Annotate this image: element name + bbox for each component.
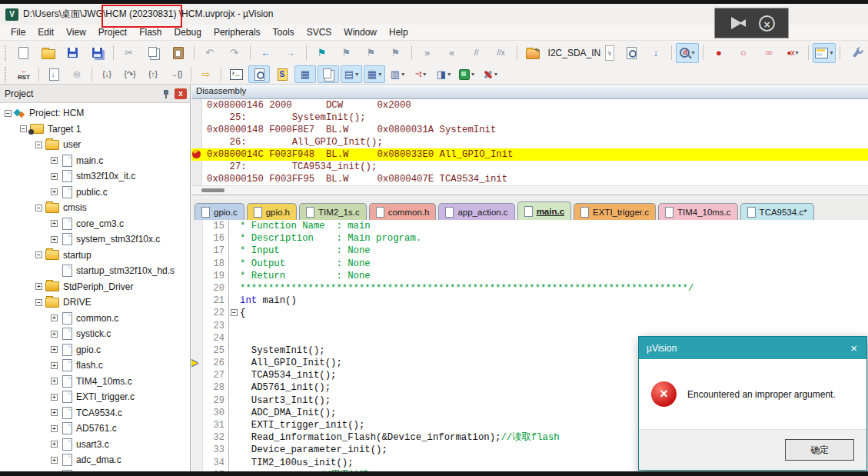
tree-item-systick-c[interactable]: +systick.c <box>0 326 190 342</box>
ok-button[interactable]: 确定 <box>785 439 854 461</box>
tree-item-system-stm32f10x-c[interactable]: +system_stm32f10x.c <box>0 231 190 248</box>
tree-item-stdperiph-driver[interactable]: +StdPeriph_Driver <box>0 279 190 295</box>
memory-windows-icon[interactable]: ▦▾ <box>364 65 385 83</box>
toolbox-icon[interactable]: ▾ <box>479 65 501 83</box>
enable-disable-breakpoint-icon[interactable]: ○ <box>732 43 755 63</box>
trace-windows-dropdown[interactable]: ▾ <box>447 71 451 78</box>
next-bookmark-icon[interactable]: ⚑ <box>335 43 358 63</box>
menu-file[interactable]: File <box>5 25 32 39</box>
editor-margin[interactable]: ▶ <box>191 357 203 369</box>
tree-item-stm32f10x-it-c[interactable]: +stm32f10x_it.c <box>0 168 190 185</box>
playback-pointer-icon[interactable] <box>728 15 748 31</box>
dialog-title-bar[interactable]: µVision × <box>639 337 866 359</box>
editor-margin[interactable] <box>191 282 203 295</box>
tree-expander-plus[interactable]: + <box>51 409 58 416</box>
menu-view[interactable]: View <box>60 25 92 39</box>
system-viewer-icon[interactable]: ▾ <box>456 65 477 83</box>
disassembly-hscrollbar[interactable] <box>191 185 868 195</box>
tree-item-user[interactable]: −user <box>0 137 190 153</box>
search-combobox[interactable]: I2C_SDA_IN <box>545 45 604 61</box>
clear-all-bookmarks-icon[interactable]: ⚑ <box>384 43 407 63</box>
tree-expander-minus[interactable]: − <box>35 299 42 306</box>
tree-expander-plus[interactable]: + <box>51 331 58 338</box>
tree-item-core-cm3-c[interactable]: +core_cm3.c <box>0 216 190 232</box>
editor-margin[interactable] <box>191 320 203 332</box>
tree-item-gpio-c[interactable]: +gpio.c <box>0 342 190 358</box>
run-to-cursor-icon[interactable]: →{} <box>165 65 187 83</box>
tree-expander-plus[interactable]: + <box>51 394 58 401</box>
tree-item-project-hcm[interactable]: −Project: HCM <box>0 105 190 121</box>
tree-item-usart3-c[interactable]: +usart3.c <box>0 437 190 453</box>
tree-expander-plus[interactable]: + <box>51 220 58 227</box>
search-combobox-dropdown[interactable]: ∨ <box>605 45 614 61</box>
editor-margin[interactable] <box>191 407 203 419</box>
trace-windows-icon[interactable]: ◨▾ <box>433 65 454 83</box>
step-icon[interactable]: {↓} <box>96 65 118 83</box>
disassembly-window-icon[interactable] <box>248 65 270 83</box>
memory-windows-dropdown[interactable]: ▾ <box>378 71 381 78</box>
tree-expander-plus[interactable]: + <box>51 173 58 180</box>
tree-expander-plus[interactable]: + <box>51 441 58 448</box>
registers-window-icon[interactable]: ▦ <box>294 65 316 83</box>
tree-expander-plus[interactable]: + <box>51 315 58 321</box>
close-panel-button[interactable]: x <box>175 88 187 99</box>
serial-windows-dropdown[interactable]: ▾ <box>401 71 404 78</box>
tree-item-public-c[interactable]: +public.c <box>0 185 190 201</box>
editor-margin[interactable] <box>191 332 203 345</box>
editor-margin[interactable] <box>191 258 203 270</box>
comment-selection-icon[interactable]: // <box>465 43 488 63</box>
tree-item-startup-stm32f10x-hd-s[interactable]: startup_stm32f10x_hd.s <box>0 263 190 279</box>
tab-main-c[interactable]: main.c <box>517 201 571 220</box>
editor-margin[interactable] <box>191 307 203 319</box>
watch-windows-dropdown[interactable]: ▾ <box>355 71 358 78</box>
tree-expander-plus[interactable]: + <box>51 362 58 369</box>
run-icon[interactable] <box>43 65 65 83</box>
fold-toggle-minus[interactable]: − <box>231 309 238 316</box>
toolbar-grip[interactable] <box>5 67 8 82</box>
tab-gpio-c[interactable]: gpio.c <box>195 203 244 220</box>
copy-icon[interactable] <box>142 43 165 63</box>
cut-icon[interactable]: ✂ <box>118 43 141 63</box>
menu-tools[interactable]: Tools <box>267 25 301 39</box>
callstack-window-icon[interactable] <box>318 65 339 83</box>
circled-x-icon[interactable]: × <box>759 15 775 32</box>
tree-item-ad5761-c[interactable]: +AD5761.c <box>0 421 190 437</box>
tree-expander-plus[interactable]: + <box>51 236 58 243</box>
tree-item-drive[interactable]: −DRIVE <box>0 295 190 311</box>
disable-all-breakpoints-icon[interactable]: ○○ <box>757 43 780 63</box>
tab-tca9534-c-[interactable]: TCA9534.c* <box>740 203 814 220</box>
analysis-windows-icon[interactable]: ~t▾ <box>410 65 431 83</box>
paste-icon[interactable] <box>167 43 190 63</box>
toolbar-grip[interactable] <box>5 45 8 61</box>
kill-all-breakpoints-icon[interactable]: ●x▾ <box>781 43 804 63</box>
editor-margin[interactable] <box>191 431 203 444</box>
step-over-icon[interactable]: {↷} <box>119 65 141 83</box>
new-file-icon[interactable] <box>12 43 35 63</box>
command-window-icon[interactable] <box>225 65 247 83</box>
tab-app-action-c[interactable]: app_action.c <box>438 203 514 220</box>
editor-margin[interactable] <box>191 444 203 456</box>
step-out-icon[interactable]: {↑} <box>142 65 164 83</box>
tree-item-tca9534-c[interactable]: +TCA9534.c <box>0 405 190 421</box>
tab-exti-trigger-c[interactable]: EXTI_trigger.c <box>574 203 656 220</box>
redo-icon[interactable]: ↷ <box>223 43 246 63</box>
tree-item-exti-trigger-c[interactable]: +EXTI_trigger.c <box>0 389 190 405</box>
previous-bookmark-icon[interactable]: ⚑ <box>360 43 383 63</box>
tree-item-adc-dma-c[interactable]: +adc_dma.c <box>0 452 190 468</box>
find-in-document-icon[interactable] <box>620 43 643 63</box>
menu-svcs[interactable]: SVCS <box>301 25 338 39</box>
find-in-files-icon[interactable] <box>521 43 544 63</box>
menu-peripherals[interactable]: Peripherals <box>208 25 267 39</box>
editor-margin[interactable] <box>191 369 203 381</box>
tree-item-common-c[interactable]: +common.c <box>0 311 190 327</box>
editor-margin[interactable] <box>191 419 203 431</box>
indent-less-icon[interactable]: « <box>441 43 464 63</box>
navigate-forward-icon[interactable]: → <box>279 43 302 63</box>
navigate-back-icon[interactable]: ← <box>254 43 278 63</box>
insert-remove-breakpoint-icon[interactable]: ● <box>707 43 730 63</box>
menu-window[interactable]: Window <box>338 25 383 39</box>
tree-expander-plus[interactable]: + <box>51 188 58 195</box>
editor-margin[interactable] <box>191 381 203 394</box>
editor-margin[interactable] <box>191 232 203 245</box>
tree-expander-plus[interactable]: + <box>35 283 42 290</box>
